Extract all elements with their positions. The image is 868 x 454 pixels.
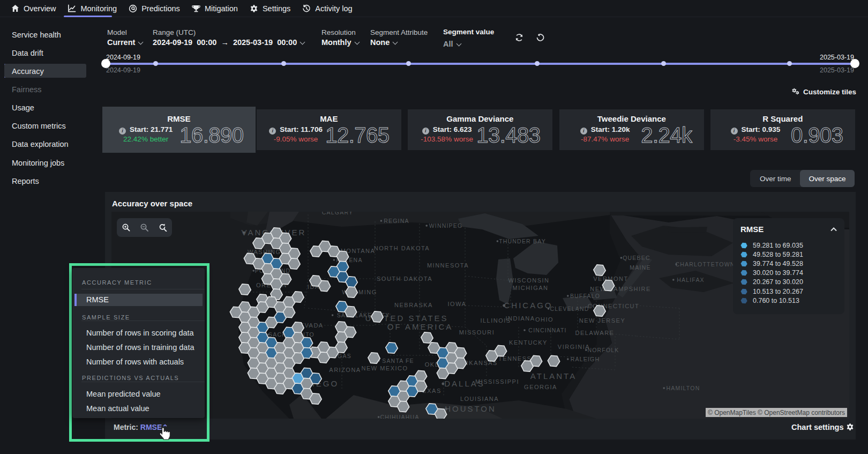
svg-text:CHIHUAHUA: CHIHUAHUA: [380, 414, 419, 419]
svg-text:CHICAGO: CHICAGO: [504, 301, 552, 310]
svg-text:SOUTH DAKOTA: SOUTH DAKOTA: [377, 276, 432, 282]
svg-text:REGINA: REGINA: [384, 218, 409, 224]
svg-text:DELAWARE: DELAWARE: [575, 330, 615, 336]
svg-text:QUEBEC: QUEBEC: [623, 255, 650, 261]
svg-text:MINNESOTA: MINNESOTA: [427, 262, 469, 269]
svg-text:HOUSTON: HOUSTON: [445, 404, 496, 413]
svg-text:MISSISSIPPI: MISSISSIPPI: [475, 378, 519, 385]
svg-text:NEW MEXICO: NEW MEXICO: [361, 365, 408, 371]
svg-text:WISCONSIN: WISCONSIN: [508, 277, 549, 284]
svg-text:BUFFALO: BUFFALO: [570, 293, 600, 299]
svg-text:MICHIGAN: MICHIGAN: [513, 285, 549, 291]
svg-text:ARIZONA: ARIZONA: [329, 367, 361, 373]
svg-text:MISSOURI: MISSOURI: [459, 329, 495, 336]
svg-text:CALGARY: CALGARY: [322, 212, 353, 215]
svg-text:OHIO: OHIO: [535, 316, 553, 323]
svg-text:NORFOLK: NORFOLK: [587, 347, 619, 353]
svg-text:CHARLOTTETOWN: CHARLOTTETOWN: [675, 261, 735, 267]
svg-text:SANTA FE: SANTA FE: [382, 358, 414, 364]
svg-text:CINCINNATI: CINCINNATI: [528, 327, 566, 333]
svg-text:HALIFAX: HALIFAX: [677, 277, 705, 283]
svg-text:GEORGIA: GEORGIA: [524, 384, 557, 390]
svg-text:NEW HAMPSHIRE: NEW HAMPSHIRE: [590, 286, 651, 292]
svg-text:NEW JERSEY: NEW JERSEY: [579, 317, 626, 324]
svg-text:HAMILTON: HAMILTON: [667, 385, 700, 391]
svg-text:MAINE: MAINE: [630, 264, 650, 271]
svg-text:IOWA: IOWA: [448, 301, 467, 307]
svg-text:WINNIPEG: WINNIPEG: [429, 222, 463, 229]
svg-text:RALEIGH: RALEIGH: [571, 356, 600, 362]
svg-text:OF AMERICA: OF AMERICA: [387, 322, 453, 331]
svg-text:NORTH DAKOTA: NORTH DAKOTA: [374, 245, 430, 251]
svg-text:CLEVELAND: CLEVELAND: [550, 306, 589, 312]
svg-text:ATLANTA: ATLANTA: [530, 371, 577, 381]
svg-text:THUNDER BAY: THUNDER BAY: [499, 238, 546, 244]
svg-text:KENTUCKY: KENTUCKY: [509, 339, 548, 346]
svg-text:INDIANA: INDIANA: [505, 315, 535, 322]
svg-text:NEBRASKA: NEBRASKA: [394, 302, 433, 308]
svg-text:LOUISIANA: LOUISIANA: [460, 396, 499, 402]
svg-text:VIRGINIA: VIRGINIA: [558, 344, 590, 350]
